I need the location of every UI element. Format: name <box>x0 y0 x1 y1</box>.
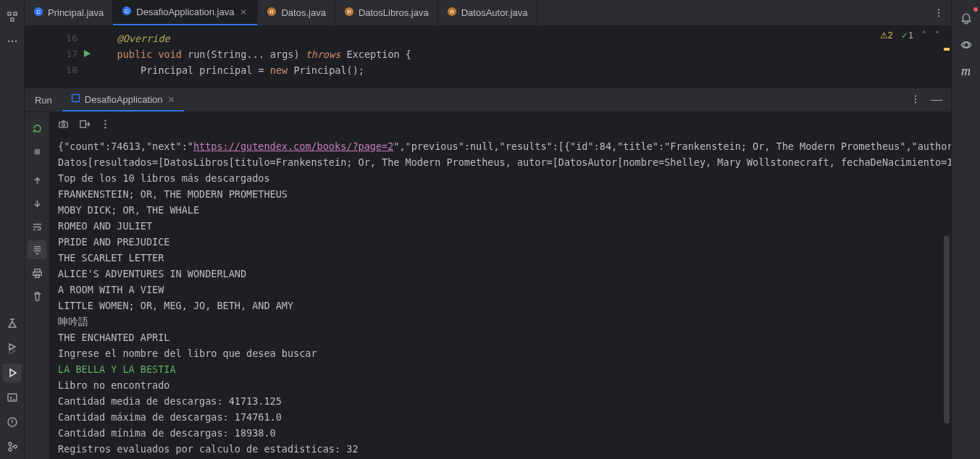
scroll-to-end-icon[interactable] <box>28 240 46 259</box>
close-icon[interactable]: ✕ <box>167 94 175 105</box>
close-tab-icon[interactable]: ✕ <box>238 7 248 17</box>
run-config-name: DesafioApplication <box>85 94 163 105</box>
tabs-more-icon[interactable] <box>926 0 951 25</box>
code-token: throws <box>306 49 341 60</box>
stop-icon[interactable] <box>28 142 46 161</box>
svg-point-12 <box>9 448 12 451</box>
ai-assistant-icon[interactable] <box>956 35 976 55</box>
code-token: @Override <box>117 33 170 44</box>
console-line: ROMEO AND JULIET <box>58 218 951 234</box>
svg-point-5 <box>14 41 17 43</box>
inspection-widget[interactable]: ⚠2 ✓1 ˄ ˅ <box>880 30 939 41</box>
scrollbar[interactable] <box>944 235 950 424</box>
more-dots-icon[interactable] <box>3 32 22 51</box>
console-top-toolbar <box>58 117 951 138</box>
tab-datosautor[interactable]: R DatosAutor.java <box>438 0 537 25</box>
notification-dot <box>973 7 978 12</box>
down-stack-icon[interactable] <box>28 194 46 213</box>
camera-icon[interactable] <box>58 118 69 134</box>
code-area[interactable]: @Override public void run(String... args… <box>93 26 951 88</box>
up-stack-icon[interactable] <box>28 171 46 190</box>
svg-rect-28 <box>72 95 79 102</box>
console-line: THE ENCHANTED APRIL <box>58 329 951 345</box>
exit-icon[interactable] <box>79 118 90 134</box>
svg-point-39 <box>104 120 106 122</box>
svg-point-41 <box>104 127 106 128</box>
tool-icon-1[interactable] <box>3 314 22 333</box>
trash-icon[interactable] <box>28 287 46 306</box>
print-icon[interactable] <box>28 264 46 282</box>
tab-label: DesafioApplication.java <box>136 7 234 17</box>
svg-point-13 <box>14 445 17 448</box>
svg-marker-8 <box>10 369 16 376</box>
console-link[interactable]: https://gutendex.com/books/?page=2 <box>193 140 393 152</box>
run-line-marker-icon[interactable] <box>83 47 91 63</box>
console-side-toolbar <box>25 112 49 459</box>
console-line: {"count":74613,"next":"https://gutendex.… <box>58 138 951 154</box>
run-config-tab[interactable]: DesafioApplication ✕ <box>62 88 184 111</box>
svg-point-25 <box>938 12 939 13</box>
minimize-icon[interactable]: — <box>931 96 942 104</box>
editor[interactable]: 16 17 18 @Override public void run(Strin… <box>25 26 951 88</box>
console-line: LITTLE WOMEN; OR, MEG, JO, BETH, AND AMY <box>58 298 951 313</box>
maven-icon[interactable]: m <box>956 61 976 81</box>
java-class-icon: R <box>267 7 277 19</box>
terminal-icon[interactable] <box>3 388 22 407</box>
services-icon[interactable] <box>3 339 22 358</box>
console-output[interactable]: {"count":74613,"next":"https://gutendex.… <box>49 112 951 459</box>
rerun-icon[interactable] <box>28 119 46 138</box>
console-line: Cantidad media de descargas: 41713.125 <box>58 393 951 409</box>
more-vert-icon[interactable] <box>100 118 111 134</box>
run-more-icon[interactable] <box>910 94 921 106</box>
console-wrap: {"count":74613,"next":"https://gutendex.… <box>25 112 951 459</box>
console-line: Top de los 10 libros más descargados <box>58 170 951 186</box>
svg-text:C: C <box>125 8 129 14</box>
svg-rect-9 <box>8 394 17 401</box>
svg-text:C: C <box>36 9 41 15</box>
tab-datos[interactable]: R Datos.java <box>258 0 335 25</box>
tab-label: Principal.java <box>48 7 104 18</box>
svg-text:R: R <box>347 9 351 15</box>
svg-marker-7 <box>9 348 15 354</box>
tab-label: DatosLibros.java <box>359 7 429 18</box>
tab-principal[interactable]: C Principal.java <box>25 0 113 25</box>
console-line: ALICE'S ADVENTURES IN WONDERLAND <box>58 266 951 282</box>
error-stripe-mark[interactable] <box>944 48 950 51</box>
console-line: Cantidad máxima de descargas: 174761.0 <box>58 409 951 425</box>
console-line: Registros evaluados por calculo de estad… <box>58 441 951 457</box>
java-class-icon: R <box>344 7 354 19</box>
notifications-icon[interactable] <box>956 9 976 29</box>
warning-badge[interactable]: ⚠2 <box>880 30 893 41</box>
console-line: Ingrese el nombre del libro que desea bu… <box>58 345 951 361</box>
problems-icon[interactable] <box>3 413 22 431</box>
vcs-icon[interactable] <box>3 437 22 456</box>
console-line: Libro no encontrado <box>58 377 951 393</box>
svg-rect-32 <box>34 148 40 154</box>
structure-icon[interactable] <box>3 7 22 26</box>
left-tool-stripe <box>0 0 25 459</box>
line-numbers: 16 17 18 <box>25 26 93 88</box>
code-token: void <box>158 49 182 60</box>
soft-wrap-icon[interactable] <box>28 217 46 236</box>
svg-text:R: R <box>270 9 275 15</box>
tab-desafioapplication[interactable]: C DesafioApplication.java ✕ <box>113 0 258 25</box>
svg-rect-35 <box>35 274 39 277</box>
line-number: 18 <box>25 62 78 78</box>
console-line: THE SCARLET LETTER <box>58 250 951 266</box>
code-token: Exception { <box>347 49 411 60</box>
svg-point-30 <box>915 98 916 99</box>
svg-rect-2 <box>11 18 14 21</box>
code-token: principal = <box>193 64 270 76</box>
java-class-icon: R <box>447 7 457 19</box>
chevron-up-icon[interactable]: ˄ <box>922 30 926 41</box>
line-number: 16 <box>25 30 78 46</box>
tab-datoslibros[interactable]: R DatosLibros.java <box>335 0 438 25</box>
ok-badge[interactable]: ✓1 <box>901 30 913 41</box>
run-toolwindow-icon[interactable] <box>3 363 22 382</box>
chevron-down-icon[interactable]: ˅ <box>935 30 939 41</box>
console-line: 呻吟語 <box>58 313 951 329</box>
java-class-icon: C <box>122 6 132 18</box>
code-token: Principal <box>141 64 193 76</box>
console-line: A ROOM WITH A VIEW <box>58 282 951 298</box>
svg-point-3 <box>7 41 9 43</box>
